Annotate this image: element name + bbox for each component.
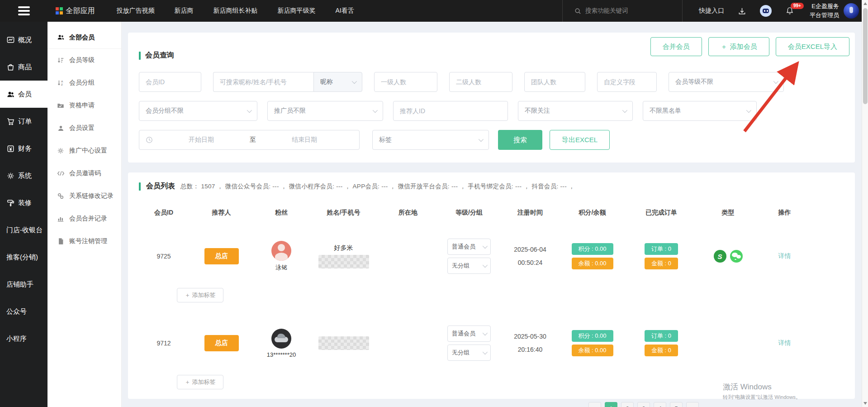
search-icon xyxy=(574,8,581,14)
detail-link[interactable]: 详情 xyxy=(778,252,791,260)
custom-field-input[interactable] xyxy=(597,72,657,92)
scroll-down-arrow[interactable] xyxy=(863,402,867,405)
scroll-up-arrow[interactable] xyxy=(863,2,867,5)
level1-count-input[interactable] xyxy=(374,72,437,92)
pagination-next-button[interactable]: › xyxy=(686,402,699,407)
vertical-scrollbar[interactable] xyxy=(862,0,868,407)
amount-badge: 金额 : 0 xyxy=(645,258,678,269)
level2-count-input[interactable] xyxy=(449,72,512,92)
sidebar-item-store-cashier[interactable]: 门店-收银台 xyxy=(0,216,47,244)
blacklist-filter-select[interactable]: 不限黑名单 xyxy=(643,101,757,121)
pagination-page-1[interactable]: 1 xyxy=(605,402,617,407)
sidebar-item-members[interactable]: 会员 xyxy=(0,81,47,108)
table-row: 9725 总店 泳铭 好多米 普通会员 无分组 xyxy=(139,231,849,282)
assistant-robot-icon[interactable] xyxy=(760,5,772,17)
tag-select[interactable]: 标签 xyxy=(372,130,489,150)
sidebar-item-orders[interactable]: 订单 xyxy=(0,108,47,135)
promoter-select[interactable]: 推广员不限 xyxy=(267,101,383,121)
bar-chart-icon xyxy=(57,215,65,222)
member-level-row-select[interactable]: 普通会员 xyxy=(447,326,491,342)
member-list-panel: 会员列表 总数： 1507 ， 微信公众号会员: --- ， 微信小程序会员: … xyxy=(128,172,855,399)
fan-avatar xyxy=(271,329,291,349)
add-member-button[interactable]: ＋添加会员 xyxy=(708,37,769,56)
sidebar-item-official-account[interactable]: 公众号 xyxy=(0,298,47,325)
team-count-input[interactable] xyxy=(524,72,585,92)
top-bar: 全部应用 投放广告视频 新店商 新店商组长补贴 新店商平级奖 AI看舌 搜索功能… xyxy=(0,0,868,22)
sidebar-item-overview[interactable]: 概况 xyxy=(0,26,47,53)
referrer-badge: 总店 xyxy=(204,248,239,264)
top-menu-item-ad-video[interactable]: 投放广告视频 xyxy=(117,7,155,15)
search-type-select[interactable]: 昵称 xyxy=(313,72,362,92)
member-id: 9712 xyxy=(139,340,189,347)
detail-link[interactable]: 详情 xyxy=(778,339,791,347)
user-name-line1: E企盈服务 xyxy=(810,2,839,11)
submenu-item-member-settings[interactable]: 会员设置 xyxy=(47,117,121,139)
pagination-page-2[interactable]: 2 xyxy=(621,402,634,407)
referrer-id-input[interactable] xyxy=(393,101,508,121)
submenu-item-member-group[interactable]: AZ 会员分组 xyxy=(47,72,121,94)
chevron-down-icon xyxy=(483,244,488,249)
pagination-page-5[interactable]: 5 xyxy=(670,402,683,407)
member-stats-text: 总数： 1507 ， 微信公众号会员: --- ， 微信小程序会员: --- ，… xyxy=(180,182,575,191)
quick-entry-button[interactable]: 快捷入口 xyxy=(699,7,724,15)
link-icon xyxy=(57,192,65,200)
member-excel-import-button[interactable]: 会员EXCEL导入 xyxy=(776,37,849,56)
member-admin-page: 全部应用 投放广告视频 新店商 新店商组长补贴 新店商平级奖 AI看舌 搜索功能… xyxy=(0,0,868,407)
user-account[interactable]: E企盈服务 平台管理员 xyxy=(810,2,859,20)
submenu-item-qualification[interactable]: 资格申请 xyxy=(47,94,121,117)
search-button[interactable]: 搜索 xyxy=(498,130,542,150)
notification-bell-icon[interactable]: 99+ xyxy=(785,6,794,15)
table-header-row: 会员ID 推荐人 粉丝 姓名/手机号 所在地 等级/分组 注册时间 积分/余额 … xyxy=(139,203,849,223)
submenu-item-all-members[interactable]: 全部会员 xyxy=(47,26,121,49)
export-excel-button[interactable]: 导出EXCEL xyxy=(550,130,610,150)
sidebar-item-goods[interactable]: 商品 xyxy=(0,53,47,81)
submenu-item-merge-log[interactable]: 会员合并记录 xyxy=(47,207,121,230)
top-menu-item-leader-subsidy[interactable]: 新店商组长补贴 xyxy=(213,7,258,15)
top-menu-item-newshop[interactable]: 新店商 xyxy=(175,7,194,15)
follow-filter-select[interactable]: 不限关注 xyxy=(518,101,633,121)
submenu-item-account-deletion[interactable]: 账号注销管理 xyxy=(47,230,121,253)
nickname-search-input[interactable] xyxy=(213,72,313,92)
member-level-select[interactable]: 会员等级不限 xyxy=(669,72,784,92)
query-panel-title: 会员查询 xyxy=(139,51,174,60)
pagination-page-4[interactable]: 4 xyxy=(654,402,666,407)
sidebar-item-mini-program[interactable]: 小程序 xyxy=(0,325,47,352)
blurred-phone xyxy=(318,336,369,350)
sidebar-item-shop-assistant[interactable]: 店铺助手 xyxy=(0,271,47,298)
member-group-row-select[interactable]: 无分组 xyxy=(447,345,491,361)
register-date-range-input[interactable]: 开始日期 至 结束日期 xyxy=(139,130,360,150)
add-tag-button[interactable]: ＋ 添加标签 xyxy=(177,288,223,302)
points-badge: 积分 : 0.00 xyxy=(572,243,613,255)
sidebar-item-system[interactable]: 系统 xyxy=(0,162,47,189)
all-apps-button[interactable]: 全部应用 xyxy=(56,6,95,16)
member-group-select[interactable]: 会员分组不限 xyxy=(139,101,257,121)
sort-az-icon: AZ xyxy=(57,79,65,86)
member-level-row-select[interactable]: 普通会员 xyxy=(447,239,491,255)
add-tag-button[interactable]: ＋ 添加标签 xyxy=(177,375,223,389)
submenu-item-promotion-settings[interactable]: 推广中心设置 xyxy=(47,139,121,162)
top-menu-item-peer-award[interactable]: 新店商平级奖 xyxy=(278,7,316,15)
submenu-item-invite-code[interactable]: 会员邀请码 xyxy=(47,162,121,185)
download-icon[interactable] xyxy=(738,7,746,15)
top-menu-item-ai-tongue[interactable]: AI看舌 xyxy=(336,7,354,15)
amount-badge: 金额 : 0 xyxy=(645,345,678,356)
submenu-item-relation-log[interactable]: 关系链修改记录 xyxy=(47,185,121,207)
scrollbar-thumb[interactable] xyxy=(863,8,868,104)
chevron-down-icon xyxy=(483,330,488,335)
start-date-placeholder: 开始日期 xyxy=(153,136,250,144)
function-search-input[interactable]: 搜索功能关键词 xyxy=(562,0,683,22)
member-group-row-select[interactable]: 无分组 xyxy=(447,258,491,274)
pagination-page-3[interactable]: 3 xyxy=(637,402,650,407)
merge-member-button[interactable]: 合并会员 xyxy=(650,37,702,56)
sidebar-item-distribution[interactable]: 推客(分销) xyxy=(0,244,47,271)
sidebar-item-finance[interactable]: 财务 xyxy=(0,135,47,162)
file-icon xyxy=(57,238,65,245)
distribution-type-icon: S xyxy=(714,250,726,263)
hamburger-menu-icon[interactable] xyxy=(0,6,47,15)
svg-text:A: A xyxy=(61,80,63,83)
member-query-panel: 会员查询 合并会员 ＋添加会员 会员EXCEL导入 昵称 xyxy=(128,33,855,163)
pagination-prev-button[interactable]: ‹ xyxy=(588,402,601,407)
sidebar-item-decorate[interactable]: 装修 xyxy=(0,189,47,216)
submenu-item-member-level[interactable]: 会员等级 xyxy=(47,49,121,72)
member-id-input[interactable] xyxy=(139,72,201,92)
